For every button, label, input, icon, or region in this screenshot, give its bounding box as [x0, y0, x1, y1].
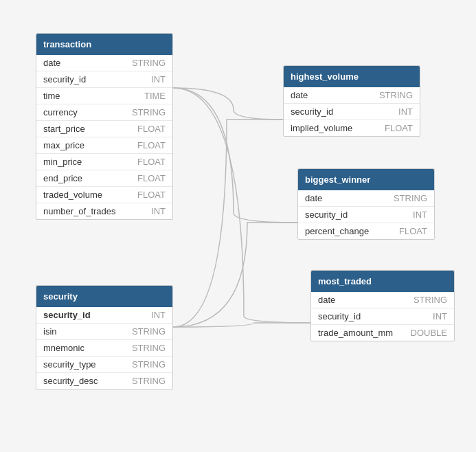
table-row: date STRING: [36, 55, 172, 71]
table-security: security security_id INT isin STRING mne…: [36, 285, 173, 389]
table-row: percent_change FLOAT: [298, 223, 434, 239]
table-highest-volume: highest_volume date STRING security_id I…: [283, 65, 420, 137]
table-row: security_id INT: [298, 207, 434, 223]
table-row: security_desc STRING: [36, 373, 172, 389]
table-row: mnemonic STRING: [36, 340, 172, 357]
table-row: trade_amount_mm DOUBLE: [311, 325, 454, 341]
table-biggest-winner-header: biggest_winner: [298, 169, 434, 190]
table-row: number_of_trades INT: [36, 203, 172, 219]
table-row: max_price FLOAT: [36, 137, 172, 154]
table-row: start_price FLOAT: [36, 121, 172, 137]
table-most-traded: most_traded date STRING security_id INT …: [310, 270, 455, 341]
table-row: implied_volume FLOAT: [284, 120, 420, 136]
table-row: min_price FLOAT: [36, 154, 172, 170]
table-row: currency STRING: [36, 104, 172, 121]
table-transaction-header: transaction: [36, 34, 172, 55]
table-row: security_id INT: [311, 308, 454, 325]
table-row: time TIME: [36, 88, 172, 104]
table-security-header: security: [36, 286, 172, 307]
table-row: traded_volume FLOAT: [36, 187, 172, 203]
table-row: isin STRING: [36, 324, 172, 340]
table-row: security_id INT: [284, 104, 420, 120]
diagram-container: transaction date STRING security_id INT …: [0, 0, 476, 452]
table-highest-volume-header: highest_volume: [284, 66, 420, 87]
table-most-traded-header: most_traded: [311, 271, 454, 292]
table-row: date STRING: [311, 292, 454, 308]
table-transaction: transaction date STRING security_id INT …: [36, 33, 173, 220]
table-row: end_price FLOAT: [36, 170, 172, 187]
table-row: security_id INT: [36, 307, 172, 324]
table-biggest-winner: biggest_winner date STRING security_id I…: [297, 168, 435, 240]
table-row: security_id INT: [36, 71, 172, 88]
table-row: date STRING: [298, 190, 434, 207]
table-row: security_type STRING: [36, 357, 172, 373]
table-row: date STRING: [284, 87, 420, 104]
